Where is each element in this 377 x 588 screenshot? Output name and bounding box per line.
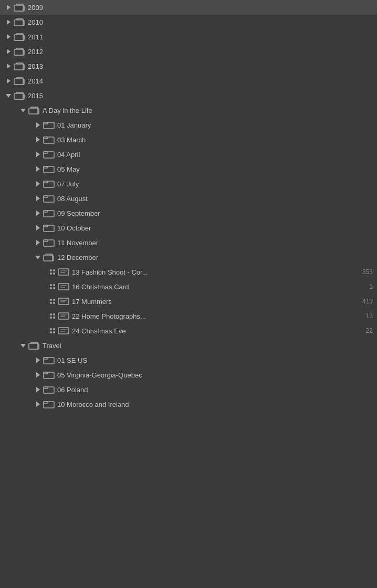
toggle-arrow[interactable] <box>19 341 27 350</box>
item-label: 2014 <box>28 77 373 85</box>
svg-rect-54 <box>58 313 69 319</box>
svg-rect-64 <box>44 358 48 359</box>
toggle-arrow[interactable] <box>34 253 42 261</box>
toggle-arrow[interactable] <box>4 3 13 12</box>
tree-item-16-christmas[interactable]: 16 Christmas Card1 <box>0 279 377 294</box>
item-count: 22 <box>366 327 373 334</box>
tree-item-11-november[interactable]: 11 November <box>0 235 377 250</box>
tree-item-17-mummers[interactable]: 17 Mummers413 <box>0 294 377 309</box>
collection-icon <box>43 180 55 188</box>
collection-icon <box>43 150 55 159</box>
toggle-arrow[interactable] <box>34 121 42 129</box>
tree-item-2010[interactable]: 2010 <box>0 15 377 29</box>
smart-collection-icon <box>58 297 69 306</box>
tree-item-06-poland[interactable]: 06 Poland <box>0 382 377 397</box>
toggle-arrow[interactable] <box>34 356 42 364</box>
svg-rect-39 <box>44 225 48 227</box>
tree-item-10-october[interactable]: 10 October <box>0 220 377 235</box>
item-label: 12 December <box>57 254 373 261</box>
item-label: 22 Home Photographs... <box>72 312 362 320</box>
folder-stack-icon <box>14 18 25 26</box>
toggle-arrow[interactable] <box>48 268 57 276</box>
item-label: 03 March <box>57 136 373 144</box>
toggle-arrow[interactable] <box>34 150 42 159</box>
folder-stack-icon <box>14 33 25 41</box>
toggle-arrow[interactable] <box>4 77 13 85</box>
tree-item-03-march[interactable]: 03 March <box>0 132 377 147</box>
toggle-arrow[interactable] <box>34 194 42 203</box>
svg-rect-14 <box>14 64 23 70</box>
svg-rect-33 <box>44 181 48 183</box>
item-label: 06 Poland <box>57 386 373 394</box>
svg-rect-45 <box>58 269 69 275</box>
toggle-arrow[interactable] <box>34 400 42 408</box>
item-label: 17 Mummers <box>72 298 358 306</box>
tree-item-12-december[interactable]: 12 December <box>0 250 377 265</box>
toggle-arrow[interactable] <box>4 33 13 41</box>
tree-item-13-fashion[interactable]: 13 Fashion Shoot - Cor...353 <box>0 265 377 279</box>
folder-stack-icon <box>43 253 55 261</box>
toggle-arrow[interactable] <box>48 312 57 320</box>
tree-item-05-virginia[interactable]: 05 Virginia-Georgia-Quebec <box>0 368 377 382</box>
toggle-arrow[interactable] <box>34 135 42 144</box>
tree-item-2015[interactable]: 2015 <box>0 88 377 103</box>
tree-item-01-january[interactable]: 01 January <box>0 118 377 132</box>
tree-item-2014[interactable]: 2014 <box>0 74 377 88</box>
toggle-arrow[interactable] <box>34 209 42 217</box>
toggle-arrow[interactable] <box>48 327 57 335</box>
toggle-arrow[interactable] <box>48 282 57 291</box>
collection-icon <box>43 194 55 203</box>
tree-item-01-se-us[interactable]: 01 SE US <box>0 353 377 368</box>
tree-item-07-july[interactable]: 07 July <box>0 176 377 191</box>
tree-item-09-september[interactable]: 09 September <box>0 206 377 220</box>
collection-icon <box>43 209 55 217</box>
item-label: 04 April <box>57 151 373 159</box>
svg-rect-41 <box>44 240 48 242</box>
item-label: 2012 <box>28 48 373 56</box>
toggle-arrow[interactable] <box>19 106 27 114</box>
tree-item-22-home[interactable]: 22 Home Photographs...13 <box>0 309 377 323</box>
svg-rect-17 <box>14 79 23 85</box>
smart-collection-icon <box>58 327 69 335</box>
toggle-arrow[interactable] <box>34 224 42 232</box>
tree-item-travel[interactable]: Travel <box>0 338 377 353</box>
svg-rect-27 <box>44 137 48 139</box>
tree-item-10-morocco[interactable]: 10 Morocco and Ireland <box>0 397 377 412</box>
tree-item-2011[interactable]: 2011 <box>0 29 377 44</box>
toggle-arrow[interactable] <box>4 91 13 100</box>
toggle-arrow[interactable] <box>34 238 42 247</box>
tree-item-2009[interactable]: 2009 <box>0 0 377 15</box>
item-label: 05 Virginia-Georgia-Quebec <box>57 371 373 379</box>
collection-icon <box>43 385 55 394</box>
tree-item-24-christmas-eve[interactable]: 24 Christmas Eve22 <box>0 323 377 338</box>
tree-item-2013[interactable]: 2013 <box>0 59 377 74</box>
folder-stack-icon <box>14 62 25 70</box>
svg-rect-29 <box>44 152 48 153</box>
svg-rect-8 <box>14 35 23 40</box>
toggle-arrow[interactable] <box>4 47 13 56</box>
tree-item-a-day-in-life[interactable]: A Day in the Life <box>0 103 377 118</box>
svg-rect-23 <box>29 108 38 114</box>
folder-stack-icon <box>14 3 25 12</box>
svg-rect-20 <box>14 93 23 99</box>
toggle-arrow[interactable] <box>4 18 13 26</box>
svg-rect-31 <box>44 166 48 168</box>
toggle-arrow[interactable] <box>34 371 42 379</box>
tree-item-04-april[interactable]: 04 April <box>0 147 377 162</box>
toggle-arrow[interactable] <box>48 297 57 306</box>
folder-stack-icon <box>28 106 40 114</box>
collection-icon <box>43 165 55 173</box>
item-label: 07 July <box>57 180 373 188</box>
toggle-arrow[interactable] <box>34 385 42 394</box>
tree-item-08-august[interactable]: 08 August <box>0 191 377 206</box>
toggle-arrow[interactable] <box>4 62 13 70</box>
item-label: 05 May <box>57 165 373 173</box>
tree-item-2012[interactable]: 2012 <box>0 44 377 59</box>
svg-rect-57 <box>58 328 69 334</box>
tree-item-05-may[interactable]: 05 May <box>0 162 377 176</box>
toggle-arrow[interactable] <box>34 180 42 188</box>
collection-icon <box>43 135 55 144</box>
item-label: 08 August <box>57 195 373 203</box>
svg-rect-70 <box>44 402 48 403</box>
toggle-arrow[interactable] <box>34 165 42 173</box>
